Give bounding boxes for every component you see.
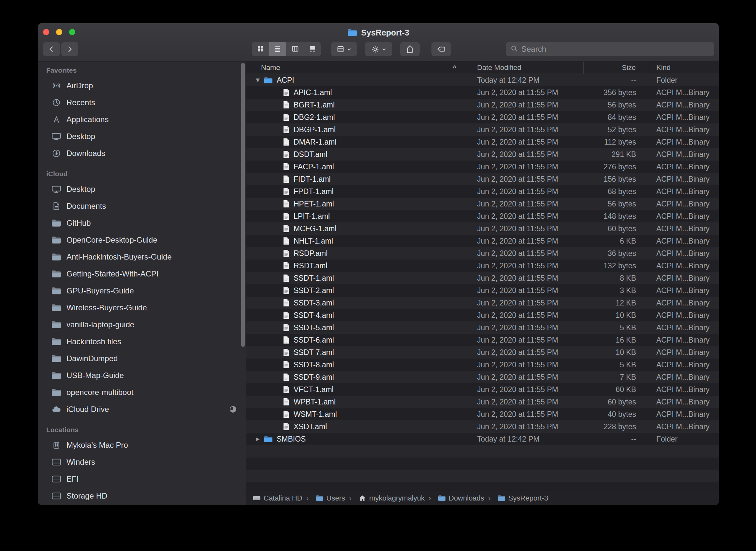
sidebar-item[interactable]: Desktop (38, 128, 246, 145)
name-cell: DBG2-1.aml (246, 113, 467, 122)
table-row[interactable]: VFCT-1.aml Jun 2, 2020 at 11:55 PM 60 KB… (246, 383, 719, 396)
path-item[interactable]: Users (302, 494, 345, 503)
toolbar (38, 40, 719, 62)
table-row[interactable]: DBG2-1.aml Jun 2, 2020 at 11:55 PM 84 by… (246, 111, 719, 123)
table-row[interactable]: RSDP.aml Jun 2, 2020 at 11:55 PM 36 byte… (246, 247, 719, 259)
list-view-button[interactable] (269, 42, 286, 56)
disclosure-triangle[interactable]: ▼ (254, 77, 261, 83)
sidebar-item[interactable]: vanilla-laptop-guide (38, 316, 246, 333)
table-row[interactable]: FIDT-1.aml Jun 2, 2020 at 11:55 PM 156 b… (246, 173, 719, 185)
column-header-name[interactable]: Name ^ (246, 62, 467, 74)
sidebar-item[interactable]: Winders (38, 454, 246, 471)
table-row[interactable]: HPET-1.aml Jun 2, 2020 at 11:55 PM 56 by… (246, 198, 719, 210)
path-item[interactable]: mykolagrymalyuk (345, 494, 425, 503)
table-row[interactable]: LPIT-1.aml Jun 2, 2020 at 11:55 PM 148 b… (246, 210, 719, 222)
sidebar-item[interactable]: Documents (38, 198, 246, 214)
table-row[interactable]: SSDT-7.aml Jun 2, 2020 at 11:55 PM 10 KB… (246, 346, 719, 359)
table-row[interactable]: SSDT-4.aml Jun 2, 2020 at 11:55 PM 10 KB… (246, 309, 719, 322)
sidebar-item[interactable]: Anti-Hackintosh-Buyers-Guide (38, 248, 246, 265)
sidebar-item[interactable]: OpenCore-Desktop-Guide (38, 231, 246, 248)
table-row[interactable]: DSDT.aml Jun 2, 2020 at 11:55 PM 291 KB … (246, 148, 719, 160)
icon-view-button[interactable] (252, 42, 269, 56)
sidebar-scrollbar[interactable] (241, 63, 245, 347)
column-header-date-modified[interactable]: Date Modified (467, 62, 584, 74)
table-row[interactable]: BGRT-1.aml Jun 2, 2020 at 11:55 PM 56 by… (246, 99, 719, 111)
table-row[interactable]: DMAR-1.aml Jun 2, 2020 at 11:55 PM 112 b… (246, 136, 719, 148)
sidebar-item[interactable]: Desktop (38, 181, 246, 198)
sidebar-item[interactable]: opencore-multiboot (38, 384, 246, 401)
action-button[interactable] (365, 42, 392, 56)
file-size: 8 KB (584, 274, 649, 283)
search-input[interactable] (521, 45, 710, 54)
table-row[interactable]: WPBT-1.aml Jun 2, 2020 at 11:55 PM 60 by… (246, 396, 719, 408)
sidebar-item[interactable]: GitHub (38, 214, 246, 231)
column-view-button[interactable] (286, 42, 304, 56)
column-header-size[interactable]: Size (584, 62, 649, 74)
table-row[interactable]: SSDT-2.aml Jun 2, 2020 at 11:55 PM 3 KB … (246, 284, 719, 297)
close-button[interactable] (43, 29, 49, 35)
zoom-button[interactable] (69, 29, 75, 35)
share-button[interactable] (400, 42, 420, 56)
table-row[interactable]: SSDT-1.aml Jun 2, 2020 at 11:55 PM 8 KB … (246, 272, 719, 284)
back-button[interactable] (43, 42, 60, 56)
table-row[interactable]: SSDT-8.aml Jun 2, 2020 at 11:55 PM 5 KB … (246, 359, 719, 371)
table-row[interactable]: ▶ SMBIOS Today at 12:42 PM -- Folder (246, 433, 719, 445)
sidebar-item[interactable]: AirDrop (38, 77, 246, 94)
name-cell: FACP-1.aml (246, 162, 467, 171)
file-name: APIC-1.aml (294, 88, 332, 97)
table-row[interactable]: SSDT-3.aml Jun 2, 2020 at 11:55 PM 12 KB… (246, 297, 719, 309)
sidebar-item[interactable]: USB-Map-Guide (38, 367, 246, 384)
sidebar-item[interactable]: GPU-Buyers-Guide (38, 283, 246, 299)
disk-icon (51, 475, 62, 483)
table-row[interactable]: WSMT-1.aml Jun 2, 2020 at 11:55 PM 40 by… (246, 408, 719, 420)
table-row[interactable]: FACP-1.aml Jun 2, 2020 at 11:55 PM 276 b… (246, 160, 719, 173)
table-row[interactable]: ▼ ACPI Today at 12:42 PM -- Folder (246, 74, 719, 86)
search-field[interactable] (506, 42, 714, 56)
path-item[interactable]: Catalina HD (253, 494, 302, 503)
column-header-kind[interactable]: Kind (649, 62, 719, 74)
name-cell: SSDT-6.aml (246, 336, 467, 345)
folder-icon (51, 338, 62, 346)
path-item[interactable]: SysReport-3 (484, 494, 548, 503)
file-icon (283, 324, 290, 332)
name-cell: SSDT-3.aml (246, 299, 467, 308)
group-button[interactable] (331, 42, 357, 56)
applications-icon (51, 115, 62, 124)
sidebar-item[interactable]: Getting-Started-With-ACPI (38, 265, 246, 283)
sidebar-item[interactable]: Storage HD (38, 488, 246, 504)
table-row[interactable]: XSDT.aml Jun 2, 2020 at 11:55 PM 228 byt… (246, 420, 719, 433)
disclosure-triangle[interactable]: ▶ (254, 436, 261, 442)
file-icon (283, 422, 290, 431)
table-row[interactable]: DBGP-1.aml Jun 2, 2020 at 11:55 PM 52 by… (246, 123, 719, 136)
table-row[interactable]: MCFG-1.aml Jun 2, 2020 at 11:55 PM 60 by… (246, 222, 719, 235)
date-modified: Jun 2, 2020 at 11:55 PM (467, 200, 584, 208)
table-row[interactable]: SSDT-9.aml Jun 2, 2020 at 11:55 PM 7 KB … (246, 371, 719, 383)
tag-button[interactable] (432, 42, 451, 56)
sidebar-item[interactable]: Mykola’s Mac Pro (38, 437, 246, 454)
sidebar-item[interactable]: Recents (38, 94, 246, 111)
minimize-button[interactable] (56, 29, 62, 35)
sidebar-item[interactable]: iCloud Drive (38, 401, 246, 418)
file-icon (283, 113, 290, 121)
forward-button[interactable] (61, 42, 78, 56)
date-modified: Jun 2, 2020 at 11:55 PM (467, 274, 584, 283)
file-name: DBGP-1.aml (294, 125, 336, 134)
table-row[interactable]: SSDT-6.aml Jun 2, 2020 at 11:55 PM 16 KB… (246, 334, 719, 346)
sidebar-item[interactable]: EFI (38, 471, 246, 488)
sidebar-item[interactable]: Applications (38, 111, 246, 128)
gallery-view-button[interactable] (304, 42, 321, 56)
table-row[interactable]: NHLT-1.aml Jun 2, 2020 at 11:55 PM 6 KB … (246, 235, 719, 247)
sidebar-item[interactable]: Downloads (38, 145, 246, 162)
file-icon (283, 348, 290, 357)
sidebar-item-label: Mykola’s Mac Pro (66, 441, 240, 450)
table-row[interactable]: SSDT-5.aml Jun 2, 2020 at 11:55 PM 5 KB … (246, 322, 719, 334)
sidebar-item[interactable]: Wireless-Buyers-Guide (38, 299, 246, 316)
sidebar-item[interactable]: DawinDumped (38, 350, 246, 367)
file-name: FIDT-1.aml (294, 175, 331, 184)
file-size: 228 bytes (584, 422, 649, 431)
table-row[interactable]: APIC-1.aml Jun 2, 2020 at 11:55 PM 356 b… (246, 86, 719, 99)
sidebar-item[interactable]: Hackintosh files (38, 333, 246, 350)
table-row[interactable]: FPDT-1.aml Jun 2, 2020 at 11:55 PM 68 by… (246, 185, 719, 198)
path-item[interactable]: Downloads (425, 494, 484, 503)
table-row[interactable]: RSDT.aml Jun 2, 2020 at 11:55 PM 132 byt… (246, 259, 719, 272)
